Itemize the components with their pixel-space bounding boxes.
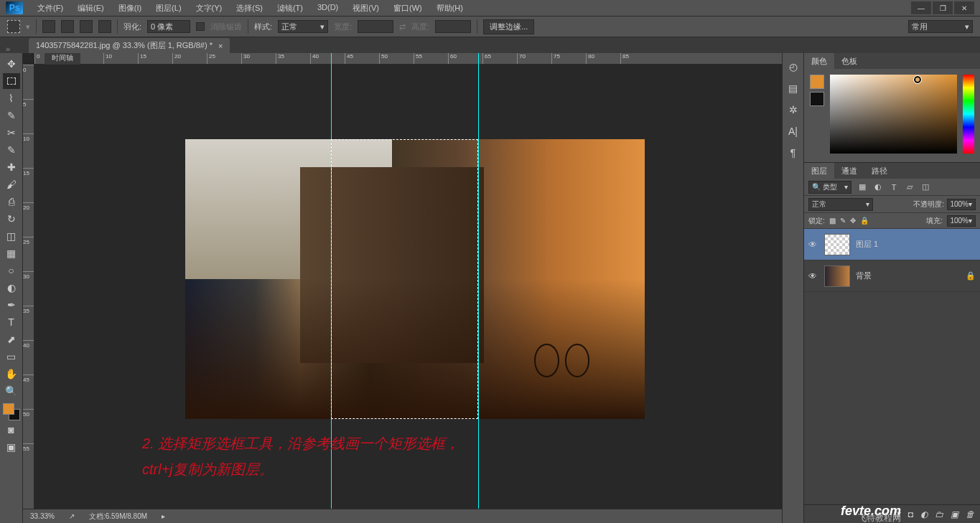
type-tool[interactable]: T [3, 314, 20, 330]
new-layer-icon[interactable]: ▣ [951, 509, 958, 519]
antialias-checkbox[interactable] [196, 22, 205, 31]
color-field[interactable] [830, 75, 957, 154]
hue-slider[interactable] [963, 75, 974, 154]
filter-type-icon[interactable]: T [889, 182, 899, 192]
menu-file[interactable]: 文件(F) [32, 1, 69, 15]
maximize-button[interactable]: ❐ [933, 1, 953, 14]
move-tool[interactable]: ✥ [3, 56, 20, 72]
lock-position-icon[interactable]: ✥ [850, 217, 856, 225]
layer-group-icon[interactable]: 🗀 [935, 509, 943, 519]
shape-tool[interactable]: ▭ [3, 349, 20, 364]
selection-new-icon[interactable] [42, 20, 55, 33]
zoom-level[interactable]: 33.33% [30, 512, 55, 520]
selection-subtract-icon[interactable] [80, 20, 93, 33]
layer-item[interactable]: 👁 背景 🔒 [804, 260, 980, 292]
zoom-tool[interactable]: 🔍 [3, 383, 20, 399]
filter-pixel-icon[interactable]: ▦ [857, 182, 867, 192]
foreground-color[interactable] [3, 403, 14, 415]
minimize-button[interactable]: — [911, 1, 931, 14]
chevron-right-icon[interactable]: ▸ [162, 512, 165, 520]
paragraph-icon[interactable]: ¶ [787, 146, 800, 159]
close-tab-icon[interactable]: × [218, 42, 223, 50]
gradient-tool[interactable]: ▦ [3, 245, 20, 261]
bg-swatch[interactable] [810, 92, 824, 106]
brush-tool[interactable]: 🖌 [3, 176, 20, 192]
menu-select[interactable]: 选择(S) [230, 1, 269, 15]
filter-smart-icon[interactable]: ◫ [920, 182, 930, 192]
menu-help[interactable]: 帮助(H) [431, 1, 469, 15]
lock-all-icon[interactable]: 🔒 [860, 217, 869, 225]
doc-info[interactable]: 文档:6.59M/8.80M [89, 512, 147, 522]
filter-shape-icon[interactable]: ▱ [905, 182, 915, 192]
menu-view[interactable]: 视图(V) [347, 1, 385, 15]
path-select-tool[interactable]: ⬈ [3, 331, 20, 347]
hand-tool[interactable]: ✋ [3, 366, 20, 382]
blend-mode-select[interactable]: 正常▾ [808, 198, 873, 211]
delete-layer-icon[interactable]: 🗑 [966, 509, 974, 519]
dodge-tool[interactable]: ◐ [3, 280, 20, 296]
layer-item[interactable]: 👁 图层 1 [804, 229, 980, 260]
canvas-viewport[interactable]: 2. 选择矩形选框工具，沿参考线画一个矩形选框， ctrl+j复制为新图层。 [34, 65, 782, 509]
color-swatch[interactable] [3, 403, 20, 420]
blur-tool[interactable]: ○ [3, 263, 20, 278]
marquee-tool[interactable] [3, 73, 20, 89]
tab-channels[interactable]: 通道 [834, 163, 864, 179]
visibility-icon[interactable]: 👁 [808, 240, 818, 250]
color-cursor[interactable] [914, 76, 921, 83]
quickmask-tool[interactable]: ◙ [3, 422, 20, 438]
lock-paint-icon[interactable]: ✎ [840, 217, 846, 225]
brushes-icon[interactable]: ✲ [787, 103, 800, 116]
crop-tool[interactable]: ✂ [3, 125, 20, 141]
pen-tool[interactable]: ✒ [3, 297, 20, 313]
menu-edit[interactable]: 编辑(E) [72, 1, 110, 15]
eyedropper-tool[interactable]: ✎ [3, 142, 20, 158]
quick-select-tool[interactable]: ✎ [3, 108, 20, 123]
arrange-icon[interactable]: » [6, 44, 10, 53]
feather-input[interactable] [147, 20, 190, 33]
layer-thumbnail[interactable] [824, 265, 850, 287]
workspace-select[interactable]: 常用▾ [908, 20, 973, 33]
opacity-input[interactable]: 100%▾ [947, 199, 976, 210]
adjustment-layer-icon[interactable]: ◐ [920, 509, 928, 519]
layer-mask-icon[interactable]: ◘ [908, 509, 913, 519]
history-icon[interactable]: ◴ [787, 60, 800, 73]
screenmode-tool[interactable]: ▣ [3, 439, 20, 455]
stamp-tool[interactable]: ⎙ [3, 194, 20, 209]
timeline-tab[interactable]: 时间轴 [45, 53, 80, 65]
menu-3d[interactable]: 3D(D) [312, 1, 344, 15]
export-icon[interactable]: ↗ [69, 512, 75, 520]
character-icon[interactable]: A| [787, 125, 800, 138]
selection-intersect-icon[interactable] [98, 20, 111, 33]
close-button[interactable]: ✕ [954, 1, 974, 14]
document-tab[interactable]: 14035775842281.jpg @ 33.3% (图层 1, RGB/8#… [29, 38, 230, 53]
style-select[interactable]: 正常▾ [278, 20, 328, 33]
tool-preset-icon[interactable] [7, 20, 20, 33]
refine-edge-button[interactable]: 调整边缘... [483, 19, 534, 34]
fg-swatch[interactable] [810, 75, 824, 89]
tab-swatches[interactable]: 色板 [834, 53, 864, 69]
tab-layers[interactable]: 图层 [804, 163, 834, 179]
menu-layer[interactable]: 图层(L) [150, 1, 187, 15]
lasso-tool[interactable]: ⌇ [3, 90, 20, 106]
eraser-tool[interactable]: ◫ [3, 228, 20, 244]
fill-input[interactable]: 100%▾ [947, 215, 976, 227]
marquee-selection[interactable] [331, 139, 478, 419]
layer-thumbnail[interactable] [824, 234, 850, 255]
selection-add-icon[interactable] [61, 20, 74, 33]
chevron-down-icon[interactable]: ▾ [26, 22, 30, 32]
guide-vertical[interactable] [478, 53, 479, 523]
layer-name[interactable]: 图层 1 [856, 239, 878, 250]
visibility-icon[interactable]: 👁 [808, 271, 818, 281]
layer-name[interactable]: 背景 [856, 270, 872, 281]
properties-icon[interactable]: ▤ [787, 82, 800, 95]
history-brush-tool[interactable]: ↻ [3, 211, 20, 227]
menu-window[interactable]: 窗口(W) [388, 1, 428, 15]
menu-type[interactable]: 文字(Y) [190, 1, 228, 15]
swap-icon[interactable]: ⇄ [399, 22, 406, 32]
filter-adjust-icon[interactable]: ◐ [873, 182, 883, 192]
tab-paths[interactable]: 路径 [864, 163, 895, 179]
lock-pixels-icon[interactable]: ▩ [829, 217, 836, 225]
menu-filter[interactable]: 滤镜(T) [271, 1, 309, 15]
healing-tool[interactable]: ✚ [3, 159, 20, 175]
filter-type-select[interactable]: 🔍 类型▾ [808, 181, 851, 194]
